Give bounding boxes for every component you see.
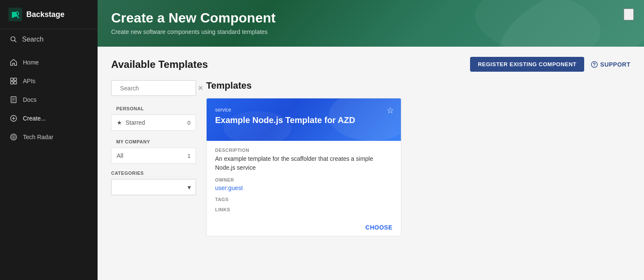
- sidebar-item-label: Docs: [23, 96, 36, 103]
- backstage-logo-icon: [8, 8, 22, 21]
- main-content: Create a New Component Create new softwa…: [98, 0, 644, 280]
- page-title: Create a New Component: [111, 10, 630, 26]
- starred-filter-item[interactable]: ★ Starred 0: [111, 115, 196, 131]
- card-service-label: service: [215, 107, 392, 113]
- sidebar: Backstage Search Home: [0, 0, 98, 280]
- svg-point-13: [594, 65, 595, 66]
- starred-label: Starred: [126, 119, 145, 126]
- section-title: Available Templates: [111, 59, 208, 70]
- register-component-button[interactable]: REGISTER EXISTING COMPONENT: [470, 57, 584, 72]
- page-header: Create a New Component Create new softwa…: [98, 0, 644, 47]
- svg-rect-4: [14, 78, 17, 81]
- categories-section: CATEGORIES: [111, 171, 196, 195]
- header-menu-button[interactable]: ⋮: [624, 8, 634, 20]
- search-box[interactable]: ✕: [111, 80, 196, 96]
- header-actions: REGISTER EXISTING COMPONENT SUPPORT: [470, 57, 630, 72]
- filter-panel: ✕ PERSONAL ★ Starred 0 MY COMPANY: [111, 80, 196, 236]
- sidebar-item-tech-radar[interactable]: Tech Radar: [0, 128, 98, 146]
- sidebar-logo-text: Backstage: [26, 10, 64, 19]
- search-input[interactable]: [120, 85, 194, 92]
- card-footer: CHOOSE: [207, 221, 401, 236]
- categories-select[interactable]: [111, 179, 196, 195]
- sidebar-item-label: Home: [23, 59, 39, 66]
- support-label: SUPPORT: [600, 61, 630, 68]
- card-body: DESCRIPTION An example template for the …: [207, 141, 401, 221]
- svg-rect-5: [11, 81, 13, 84]
- radar-icon: [9, 133, 18, 141]
- sidebar-item-label: APIs: [23, 78, 36, 84]
- links-label: LINKS: [215, 207, 392, 212]
- all-label: All: [117, 152, 123, 159]
- company-section-title: MY COMPANY: [111, 136, 196, 148]
- page-subtitle: Create new software components using sta…: [111, 28, 630, 35]
- personal-section: PERSONAL ★ Starred 0: [111, 103, 196, 131]
- categories-title: CATEGORIES: [111, 171, 196, 176]
- main-layout: ✕ PERSONAL ★ Starred 0 MY COMPANY: [111, 80, 630, 236]
- template-card: service Example Node.js Template for AZD…: [206, 98, 401, 236]
- content-area: Available Templates REGISTER EXISTING CO…: [98, 47, 644, 280]
- templates-title: Templates: [206, 80, 630, 91]
- book-icon: [9, 95, 18, 104]
- card-title: Example Node.js Template for AZD: [215, 115, 392, 125]
- star-icon: ★: [117, 119, 122, 126]
- all-count: 1: [188, 153, 190, 159]
- card-header: service Example Node.js Template for AZD…: [207, 98, 401, 141]
- starred-count: 0: [188, 120, 190, 126]
- sidebar-nav: Home APIs Docs: [0, 50, 98, 150]
- owner-label: OWNER: [215, 177, 392, 182]
- description-label: DESCRIPTION: [215, 148, 392, 153]
- sidebar-item-create[interactable]: Create...: [0, 109, 98, 128]
- search-clear-icon[interactable]: ✕: [198, 84, 203, 92]
- sidebar-logo: Backstage: [0, 0, 98, 29]
- sidebar-item-label: Create...: [23, 115, 46, 122]
- sidebar-item-home[interactable]: Home: [0, 53, 98, 72]
- sidebar-item-docs[interactable]: Docs: [0, 90, 98, 109]
- tags-label: TAGS: [215, 197, 392, 202]
- content-header: Available Templates REGISTER EXISTING CO…: [111, 57, 630, 72]
- question-icon: [591, 61, 598, 68]
- personal-section-title: PERSONAL: [111, 103, 196, 115]
- choose-button[interactable]: CHOOSE: [365, 224, 392, 231]
- card-star-icon[interactable]: ☆: [386, 105, 394, 115]
- home-icon: [9, 58, 18, 67]
- sidebar-search-label: Search: [22, 36, 44, 43]
- plus-circle-icon: [9, 114, 18, 123]
- templates-area: Templates service Example Node.js Templa…: [206, 80, 630, 236]
- sidebar-search-item[interactable]: Search: [0, 29, 98, 50]
- all-filter-item[interactable]: All 1: [111, 148, 196, 164]
- search-icon: [9, 35, 18, 44]
- puzzle-icon: [9, 77, 18, 85]
- svg-rect-3: [11, 78, 13, 81]
- card-description: An example template for the scaffolder t…: [215, 154, 392, 172]
- svg-point-11: [13, 137, 14, 138]
- categories-wrapper: [111, 179, 196, 195]
- sidebar-item-label: Tech Radar: [23, 134, 53, 140]
- company-section: MY COMPANY All 1: [111, 136, 196, 164]
- svg-rect-6: [14, 81, 17, 84]
- card-owner-link[interactable]: user:guest: [215, 185, 243, 191]
- support-button[interactable]: SUPPORT: [591, 61, 630, 68]
- sidebar-item-apis[interactable]: APIs: [0, 72, 98, 90]
